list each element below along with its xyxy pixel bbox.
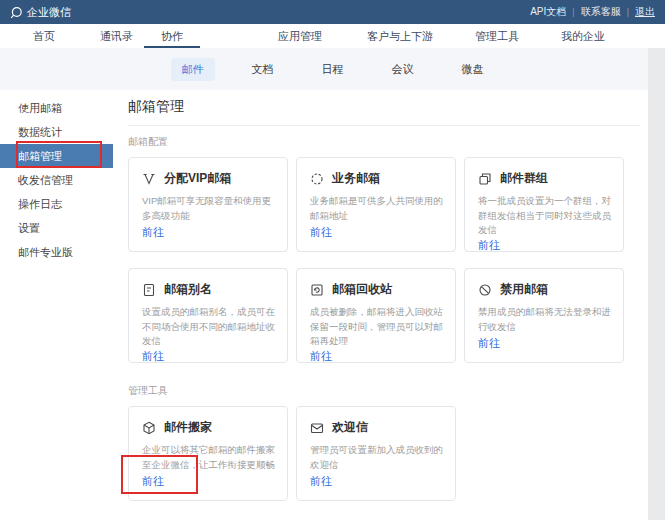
nav-item-app-management[interactable]: 应用管理 bbox=[278, 24, 322, 48]
nav-item-customers-updown[interactable]: 客户与上下游 bbox=[367, 24, 433, 48]
nav-item-my-enterprise[interactable]: 我的企业 bbox=[561, 24, 605, 48]
vip-icon bbox=[142, 172, 156, 186]
card-assign-vip-mailbox: 分配VIP邮箱 VIP邮箱可享无限容量和使用更多高级功能 前往 bbox=[128, 157, 288, 252]
wecom-admin-page: 企业微信 API文档 | 联系客服 | 退出 首页 通讯录 协作 应用管理 客户… bbox=[0, 0, 665, 520]
divider bbox=[128, 125, 640, 126]
go-link-welcome-letter[interactable]: 前往 bbox=[310, 474, 332, 489]
sidebar-item-use-mailbox[interactable]: 使用邮箱 bbox=[0, 96, 113, 120]
go-link-mailbox-recycle-bin[interactable]: 前往 bbox=[310, 349, 332, 364]
sidebar-item-settings[interactable]: 设置 bbox=[0, 216, 113, 240]
go-link-mail-group[interactable]: 前往 bbox=[478, 238, 500, 253]
business-mailbox-icon bbox=[310, 172, 324, 186]
card-business-mailbox: 业务邮箱 业务邮箱是可供多人共同使用的邮箱地址 前往 bbox=[296, 157, 456, 252]
mail-group-icon bbox=[478, 172, 492, 186]
sidebar-item-mail-professional[interactable]: 邮件专业版 bbox=[0, 240, 113, 264]
go-link-disabled-mailbox[interactable]: 前往 bbox=[478, 336, 500, 351]
section-label-mailbox-config: 邮箱配置 bbox=[128, 135, 640, 149]
go-link-vip-mailbox[interactable]: 前往 bbox=[142, 225, 164, 240]
nav-item-collaboration[interactable]: 协作 bbox=[161, 24, 183, 48]
card-title: 分配VIP邮箱 bbox=[164, 170, 231, 187]
scrollbar-track[interactable] bbox=[648, 48, 665, 520]
body-row: 使用邮箱 数据统计 邮箱管理 收发信管理 操作日志 设置 邮件专业版 邮箱管理 … bbox=[0, 90, 665, 520]
card-title: 欢迎信 bbox=[332, 419, 368, 436]
card-mail-group: 邮件群组 将一批成员设置为一个群组，对群组发信相当于同时对这些成员发信 前往 bbox=[464, 157, 624, 252]
contact-support-link[interactable]: 联系客服 bbox=[581, 5, 621, 19]
top-header-bar: 企业微信 API文档 | 联系客服 | 退出 bbox=[0, 0, 665, 24]
logout-link[interactable]: 退出 bbox=[635, 5, 655, 19]
separator: | bbox=[572, 7, 574, 17]
collaboration-tabs: 邮件 文档 日程 会议 微盘 bbox=[0, 48, 665, 90]
card-desc: 禁用成员的邮箱将无法登录和进行收发信 bbox=[478, 305, 611, 334]
sidebar-item-operation-logs[interactable]: 操作日志 bbox=[0, 192, 113, 216]
nav-item-management-tools[interactable]: 管理工具 bbox=[475, 24, 519, 48]
tab-mail[interactable]: 邮件 bbox=[171, 58, 215, 81]
card-desc: 企业可以将其它邮箱的邮件搬家至企业微信，让工作衔接更顺畅 bbox=[142, 443, 275, 472]
card-title: 邮件群组 bbox=[500, 170, 548, 187]
card-mailbox-recycle-bin: 邮箱回收站 成员被删除，邮箱将进入回收站保留一段时间，管理员可以对邮箱再处理 前… bbox=[296, 268, 456, 363]
card-title: 禁用邮箱 bbox=[500, 281, 548, 298]
go-link-mailbox-alias[interactable]: 前往 bbox=[142, 349, 164, 364]
logo-text: 企业微信 bbox=[27, 5, 71, 20]
card-title: 邮箱别名 bbox=[164, 281, 212, 298]
sidebar-item-data-statistics[interactable]: 数据统计 bbox=[0, 120, 113, 144]
mailbox-recycle-icon bbox=[310, 283, 324, 297]
section-label-management-tools: 管理工具 bbox=[128, 384, 640, 398]
api-docs-link[interactable]: API文档 bbox=[530, 5, 566, 19]
card-desc: 管理员可设置新加入成员收到的欢迎信 bbox=[310, 443, 443, 472]
separator: | bbox=[627, 7, 629, 17]
management-tools-cards: 邮件搬家 企业可以将其它邮箱的邮件搬家至企业微信，让工作衔接更顺畅 前往 欢迎信… bbox=[128, 406, 640, 501]
nav-item-homepage[interactable]: 首页 bbox=[33, 24, 55, 48]
top-links: API文档 | 联系客服 | 退出 bbox=[530, 5, 655, 19]
main-content: 邮箱管理 邮箱配置 分配VIP邮箱 VIP邮箱可享无限容量和使用更多高级功能 前… bbox=[113, 90, 665, 520]
card-desc: 成员被删除，邮箱将进入回收站保留一段时间，管理员可以对邮箱再处理 bbox=[310, 305, 443, 349]
mailbox-alias-icon bbox=[142, 283, 156, 297]
mail-migration-icon bbox=[142, 421, 156, 435]
card-title: 邮件搬家 bbox=[164, 419, 212, 436]
card-desc: VIP邮箱可享无限容量和使用更多高级功能 bbox=[142, 194, 275, 223]
page-title: 邮箱管理 bbox=[128, 98, 640, 116]
go-link-mail-migration[interactable]: 前往 bbox=[142, 474, 164, 489]
wecom-logo-icon bbox=[10, 6, 23, 19]
mailbox-config-cards: 分配VIP邮箱 VIP邮箱可享无限容量和使用更多高级功能 前往 业务邮箱 业务邮… bbox=[128, 157, 640, 363]
card-welcome-letter: 欢迎信 管理员可设置新加入成员收到的欢迎信 前往 bbox=[296, 406, 456, 501]
sidebar-item-mailbox-management[interactable]: 邮箱管理 bbox=[0, 144, 113, 168]
card-desc: 设置成员的邮箱别名，成员可在不同场合使用不同的邮箱地址收发信 bbox=[142, 305, 275, 349]
nav-item-contacts[interactable]: 通讯录 bbox=[100, 24, 133, 48]
welcome-letter-icon bbox=[310, 421, 324, 435]
card-mailbox-alias: 邮箱别名 设置成员的邮箱别名，成员可在不同场合使用不同的邮箱地址收发信 前往 bbox=[128, 268, 288, 363]
card-mail-migration: 邮件搬家 企业可以将其它邮箱的邮件搬家至企业微信，让工作衔接更顺畅 前往 bbox=[128, 406, 288, 501]
sidebar: 使用邮箱 数据统计 邮箱管理 收发信管理 操作日志 设置 邮件专业版 bbox=[0, 90, 113, 520]
card-desc: 将一批成员设置为一个群组，对群组发信相当于同时对这些成员发信 bbox=[478, 194, 611, 238]
go-link-business-mailbox[interactable]: 前往 bbox=[310, 225, 332, 240]
disabled-mailbox-icon bbox=[478, 283, 492, 297]
tab-schedule[interactable]: 日程 bbox=[311, 58, 355, 81]
tab-meeting[interactable]: 会议 bbox=[381, 58, 425, 81]
card-title: 业务邮箱 bbox=[332, 170, 380, 187]
wecom-logo[interactable]: 企业微信 bbox=[10, 5, 71, 20]
card-desc: 业务邮箱是可供多人共同使用的邮箱地址 bbox=[310, 194, 443, 223]
card-disabled-mailbox: 禁用邮箱 禁用成员的邮箱将无法登录和进行收发信 前往 bbox=[464, 268, 624, 363]
main-nav: 首页 通讯录 协作 应用管理 客户与上下游 管理工具 我的企业 bbox=[0, 24, 665, 48]
card-title: 邮箱回收站 bbox=[332, 281, 392, 298]
sidebar-item-send-receive-management[interactable]: 收发信管理 bbox=[0, 168, 113, 192]
tab-drive[interactable]: 微盘 bbox=[451, 58, 495, 81]
tab-docs[interactable]: 文档 bbox=[241, 58, 285, 81]
